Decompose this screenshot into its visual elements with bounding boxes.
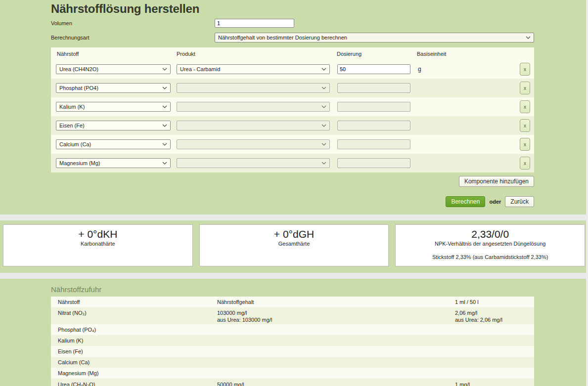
total-hardness-card: + 0°dGH Gesamthärte [199,224,389,266]
nutrient-select-value: Eisen (Fe) [59,123,85,129]
back-button[interactable]: Zurück [505,196,534,207]
remove-component-button[interactable]: x [520,157,530,170]
dosage-input[interactable] [337,83,410,93]
chevron-down-icon [162,68,167,71]
component-row-magnesium: Magnesium (Mg) x [51,154,534,172]
components-table: Nährstoff Produkt Dosierung Basiseinheit… [51,47,534,172]
product-select[interactable] [177,121,330,130]
dosage-input[interactable] [337,121,410,130]
supply-dose-cell: 2,06 mg/l aus Urea: 2,06 mg/l [455,309,534,324]
nutrient-select-value: Phosphat (PO4) [59,85,98,91]
remove-component-button[interactable]: x [520,63,530,76]
dosage-input[interactable] [337,102,410,112]
chevron-down-icon [162,105,167,108]
col-header-dosage: Dosierung [337,51,417,57]
supply-table: Nährstoff Nährstoffgehalt 1 ml / 50 l Ni… [51,297,534,386]
component-row-eisen: Eisen (Fe) x [51,116,534,135]
product-select[interactable] [177,158,330,168]
add-component-button[interactable]: Komponente hinzufügen [459,176,534,187]
chevron-down-icon [162,143,167,146]
nutrient-select[interactable]: Kalium (K) [56,102,171,112]
col-header-base-unit: Basiseinheit [417,51,534,57]
product-select-value: Urea - Carbamid [180,66,220,72]
volume-label: Volumen [51,20,215,26]
nutrient-supply-section: Nährstoffzufuhr Nährstoff Nährstoffgehal… [0,279,588,386]
dose-line-2: aus Urea: 2,06 mg/l [455,317,502,323]
col-header-product: Produkt [177,51,337,57]
remove-component-button[interactable]: x [520,119,530,132]
remove-component-button[interactable]: x [520,138,530,151]
section-separator [0,273,588,279]
component-row-calcium: Calcium (Ca) x [51,135,534,154]
supply-dose-cell: 1 mg/l [455,382,534,386]
supply-nutrient-name: Nitrat (NO₃) [51,309,217,324]
col-header-nutrient: Nährstoff [57,51,177,57]
volume-row: Volumen [51,19,534,28]
supply-col-nutrient: Nährstoff [51,299,217,305]
product-select[interactable] [177,139,330,149]
supply-row-phosphat: Phosphat (PO₄) [51,324,534,335]
base-unit-value: g [418,66,512,73]
supply-row-calcium: Calcium (Ca) [51,357,534,368]
nutrient-select[interactable]: Calcium (Ca) [56,139,171,149]
chevron-down-icon [526,36,531,39]
calculation-type-value: Nährstoffgehalt von bestimmter Dosierung… [218,35,347,41]
dosage-input[interactable] [337,139,410,149]
supply-nutrient-name: Phosphat (PO₄) [51,327,217,333]
product-select[interactable]: Urea - Carbamid [177,64,330,74]
supply-row-magnesium: Magnesium (Mg) [51,368,534,379]
npk-ratio-card: 2,33/0/0 NPK-Verhältnis der angesetzten … [395,224,585,266]
dose-line-1: 2,06 mg/l [455,310,477,316]
carbonate-hardness-label: Karbonathärte [3,241,192,247]
scrollbar[interactable] [586,0,588,386]
remove-component-button[interactable]: x [520,82,530,94]
product-select[interactable] [177,102,330,112]
nutrient-select[interactable]: Eisen (Fe) [56,121,171,130]
supply-nutrient-name: Eisen (Fe) [51,348,217,354]
product-select[interactable] [177,83,330,93]
chevron-down-icon [321,105,326,108]
chevron-down-icon [321,86,326,89]
supply-content-cell: 50000 mg/l [217,382,455,386]
nutrient-select-value: Calcium (Ca) [59,141,91,147]
content-line-1: 103000 mg/l [217,310,247,316]
chevron-down-icon [162,162,167,165]
carbonate-hardness-value: + 0°dKH [3,228,192,240]
supply-row-eisen: Eisen (Fe) [51,346,534,357]
supply-heading: Nährstoffzufuhr [51,279,588,294]
component-row-urea: Urea (CH4N2O) Urea - Carbamid g x [51,60,534,79]
total-hardness-value: + 0°dGH [200,228,389,240]
chevron-down-icon [162,124,167,127]
chevron-down-icon [321,143,326,146]
dosage-input[interactable] [337,64,410,74]
calculation-type-select[interactable]: Nährstoffgehalt von bestimmter Dosierung… [215,33,534,43]
dosage-input[interactable] [337,158,410,168]
supply-nutrient-name: Urea (CH₄N₂O) [51,382,217,386]
calculation-type-label: Berechnungsart [51,35,215,41]
total-hardness-label: Gesamthärte [200,241,389,247]
supply-table-header: Nährstoff Nährstoffgehalt 1 ml / 50 l [51,297,534,307]
npk-ratio-label: NPK-Verhältnis der angesetzten Düngelösu… [396,241,585,247]
npk-ratio-value: 2,33/0/0 [396,228,585,240]
section-separator [0,214,588,220]
nutrient-select-value: Urea (CH4N2O) [59,66,98,72]
chevron-down-icon [321,162,326,165]
supply-row-kalium: Kalium (K) [51,335,534,346]
nutrient-select[interactable]: Phosphat (PO4) [56,83,171,93]
supply-row-urea: Urea (CH₄N₂O) 50000 mg/l 1 mg/l [51,379,534,386]
make-solution-section: Nährstofflösung herstellen Volumen Berec… [0,0,588,214]
volume-input[interactable] [215,19,294,28]
nutrient-select[interactable]: Urea (CH4N2O) [56,64,171,74]
supply-nutrient-name: Kalium (K) [51,338,217,343]
calculate-button[interactable]: Berechnen [446,196,485,207]
component-row-kalium: Kalium (K) x [51,97,534,116]
page-title: Nährstofflösung herstellen [51,0,588,16]
nutrient-select-value: Kalium (K) [59,104,85,110]
supply-nutrient-name: Magnesium (Mg) [51,370,217,376]
supply-col-content: Nährstoffgehalt [217,299,455,305]
nutrient-select[interactable]: Magnesium (Mg) [56,158,171,168]
remove-component-button[interactable]: x [520,100,530,113]
components-table-header: Nährstoff Produkt Dosierung Basiseinheit [51,47,534,60]
supply-nutrient-name: Calcium (Ca) [51,359,217,365]
nitrogen-detail: Stickstoff 2,33% (aus Carbamidstickstoff… [396,254,585,260]
